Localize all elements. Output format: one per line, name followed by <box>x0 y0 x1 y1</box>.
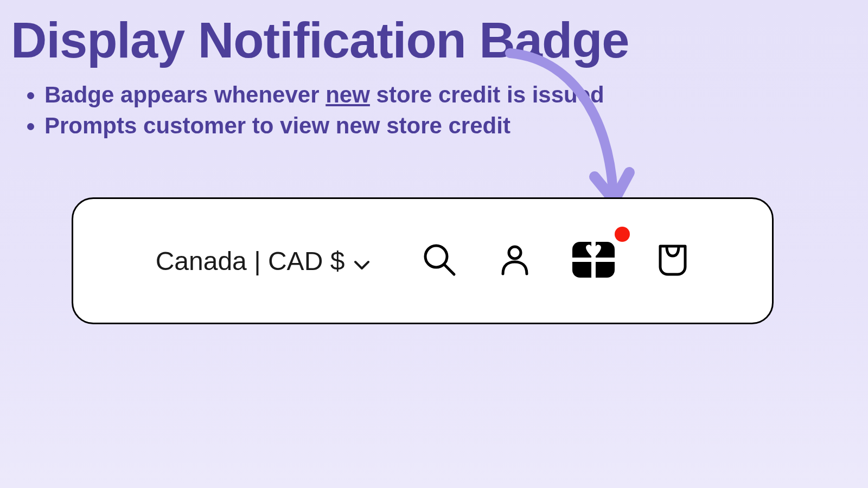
bullet-list: Badge appears whenever new store credit … <box>44 80 604 142</box>
user-icon <box>499 243 531 278</box>
bullet-1-post: store credit is issued <box>370 82 604 107</box>
svg-point-2 <box>509 247 521 259</box>
notification-badge <box>615 227 630 242</box>
search-icon <box>422 242 457 280</box>
bag-icon <box>656 243 690 279</box>
currency-label: Canada | CAD $ <box>156 246 345 276</box>
bullet-1-pre: Badge appears whenever <box>44 82 326 107</box>
page-title: Display Notification Badge <box>11 12 629 69</box>
bullet-1: Badge appears whenever new store credit … <box>44 80 604 110</box>
gift-icon <box>572 242 615 280</box>
search-button[interactable] <box>422 242 457 280</box>
bullet-2: Prompts customer to view new store credi… <box>44 111 604 141</box>
bullet-1-underlined: new <box>326 82 370 107</box>
chevron-down-icon <box>354 246 369 276</box>
svg-line-1 <box>444 265 454 274</box>
store-credit-button[interactable] <box>572 242 615 280</box>
storefront-navbar: Canada | CAD $ <box>72 197 774 324</box>
svg-rect-5 <box>591 242 596 278</box>
account-button[interactable] <box>499 243 531 278</box>
cart-button[interactable] <box>656 243 690 279</box>
currency-selector[interactable]: Canada | CAD $ <box>156 246 370 276</box>
